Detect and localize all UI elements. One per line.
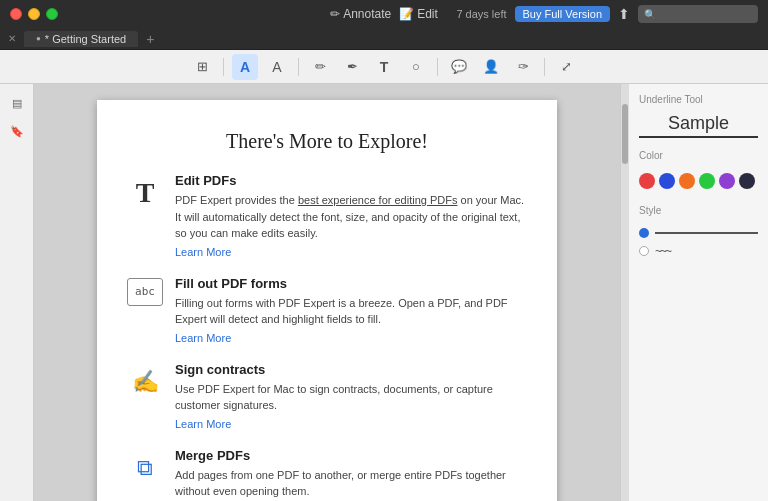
merge-pdfs-desc: Add pages from one PDF to another, or me…	[175, 467, 527, 500]
color-orange[interactable]	[679, 173, 695, 189]
edit-label: Edit	[417, 7, 438, 21]
tab-dot: ●	[36, 34, 41, 43]
annotate-label: Annotate	[343, 7, 391, 21]
window-close-icon[interactable]: ✕	[8, 33, 16, 44]
title-bar: ✏ Annotate 📝 Edit 7 days left Buy Full V…	[0, 0, 768, 28]
fill-forms-learn-more[interactable]: Learn More	[175, 332, 527, 344]
fill-forms-content: Fill out PDF forms Filling out forms wit…	[175, 276, 527, 344]
merge-pdfs-icon: ⧉	[127, 450, 163, 486]
sign-contracts-content: Sign contracts Use PDF Expert for Mac to…	[175, 362, 527, 430]
shape-tool[interactable]: ○	[403, 54, 429, 80]
toolbar-separator-2	[298, 58, 299, 76]
content-area: There's More to Explore! T Edit PDFs PDF…	[34, 84, 620, 501]
style-solid-row[interactable]	[639, 228, 758, 238]
style-wavy-row[interactable]: ~~~	[639, 244, 758, 258]
edit-pdfs-content: Edit PDFs PDF Expert provides the best e…	[175, 173, 527, 258]
color-red[interactable]	[639, 173, 655, 189]
toolbar-separator-4	[544, 58, 545, 76]
upload-icon[interactable]: ⬆	[618, 6, 630, 22]
toolbar-separator	[223, 58, 224, 76]
pen-tool[interactable]: ✒	[339, 54, 365, 80]
title-bar-center: ✏ Annotate 📝 Edit	[330, 7, 438, 21]
title-bar-actions: ✏ Annotate 📝 Edit	[330, 7, 438, 21]
feature-fill-forms: abc Fill out PDF forms Filling out forms…	[127, 276, 527, 344]
style-solid-line	[655, 232, 758, 234]
edit-mode[interactable]: 📝 Edit	[399, 7, 438, 21]
getting-started-tab[interactable]: ● * Getting Started	[24, 31, 138, 47]
scrollbar-thumb[interactable]	[622, 104, 628, 164]
fill-forms-title: Fill out PDF forms	[175, 276, 527, 291]
sign-contracts-title: Sign contracts	[175, 362, 527, 377]
stamp-tool[interactable]: 👤	[478, 54, 504, 80]
tab-bar: ✕ ● * Getting Started +	[0, 28, 768, 50]
minimize-button[interactable]	[28, 8, 40, 20]
color-section-label: Color	[639, 150, 758, 161]
pdf-document: There's More to Explore! T Edit PDFs PDF…	[97, 100, 557, 501]
feature-merge-pdfs: ⧉ Merge PDFs Add pages from one PDF to a…	[127, 448, 527, 502]
edit-pdfs-title: Edit PDFs	[175, 173, 527, 188]
fill-forms-desc: Filling out forms with PDF Expert is a b…	[175, 295, 527, 328]
color-navy[interactable]	[659, 173, 675, 189]
style-section-label: Style	[639, 205, 758, 216]
buy-full-version-button[interactable]: Buy Full Version	[515, 6, 610, 22]
fill-forms-icon: abc	[127, 278, 163, 306]
edit-pdfs-link[interactable]: best experience for editing PDFs	[298, 194, 458, 206]
text-box-tool[interactable]: T	[371, 54, 397, 80]
sign-contracts-learn-more[interactable]: Learn More	[175, 418, 527, 430]
annotate-mode[interactable]: ✏ Annotate	[330, 7, 391, 21]
style-solid-selected	[639, 228, 649, 238]
panel-tool-label: Underline Tool	[639, 94, 758, 105]
toolbar-separator-3	[437, 58, 438, 76]
sidebar-thumbnails-icon[interactable]: ▤	[6, 92, 28, 114]
toolbar: ⊞ A A ✏ ✒ T ○ 💬 👤 ✑ ⤢	[0, 50, 768, 84]
main-layout: ▤ 🔖 There's More to Explore! T Edit PDFs…	[0, 84, 768, 501]
color-swatches	[639, 173, 758, 189]
search-icon: 🔍	[644, 9, 656, 20]
draw-tool[interactable]: ✏	[307, 54, 333, 80]
feature-edit-pdfs: T Edit PDFs PDF Expert provides the best…	[127, 173, 527, 258]
style-wavy-unselected	[639, 246, 649, 256]
color-purple[interactable]	[719, 173, 735, 189]
right-panel: Underline Tool Sample Color Style ~~~	[628, 84, 768, 501]
edit-icon: 📝	[399, 7, 414, 21]
close-button[interactable]	[10, 8, 22, 20]
tab-label: * Getting Started	[45, 33, 126, 45]
edit-pdfs-desc: PDF Expert provides the best experience …	[175, 192, 527, 242]
color-dark[interactable]	[739, 173, 755, 189]
text-tool[interactable]: A	[264, 54, 290, 80]
sidebar-bookmarks-icon[interactable]: 🔖	[6, 120, 28, 142]
traffic-lights	[10, 8, 58, 20]
merge-pdfs-content: Merge PDFs Add pages from one PDF to ano…	[175, 448, 527, 502]
sign-contracts-desc: Use PDF Expert for Mac to sign contracts…	[175, 381, 527, 414]
annotate-icon: ✏	[330, 7, 340, 21]
merge-pdfs-title: Merge PDFs	[175, 448, 527, 463]
edit-pdfs-icon: T	[127, 175, 163, 211]
sign-contracts-icon: ✍	[127, 364, 163, 400]
grid-view-icon[interactable]: ⊞	[189, 54, 215, 80]
expand-tool[interactable]: ⤢	[553, 54, 579, 80]
days-left-text: 7 days left	[456, 8, 506, 20]
scrollbar[interactable]	[620, 84, 628, 501]
sample-label: Sample	[668, 113, 729, 133]
add-tab-button[interactable]: +	[146, 31, 154, 47]
title-bar-right: 7 days left Buy Full Version ⬆ 🔍	[456, 5, 758, 23]
signature-tool[interactable]: ✑	[510, 54, 536, 80]
color-green[interactable]	[699, 173, 715, 189]
search-bar[interactable]: 🔍	[638, 5, 758, 23]
comment-tool[interactable]: 💬	[446, 54, 472, 80]
maximize-button[interactable]	[46, 8, 58, 20]
panel-sample-text: Sample	[639, 113, 758, 138]
text-highlight-tool[interactable]: A	[232, 54, 258, 80]
pdf-main-title: There's More to Explore!	[127, 130, 527, 153]
style-options: ~~~	[639, 228, 758, 258]
left-sidebar: ▤ 🔖	[0, 84, 34, 501]
edit-pdfs-learn-more[interactable]: Learn More	[175, 246, 527, 258]
style-wavy-line: ~~~	[655, 244, 758, 258]
feature-sign-contracts: ✍ Sign contracts Use PDF Expert for Mac …	[127, 362, 527, 430]
